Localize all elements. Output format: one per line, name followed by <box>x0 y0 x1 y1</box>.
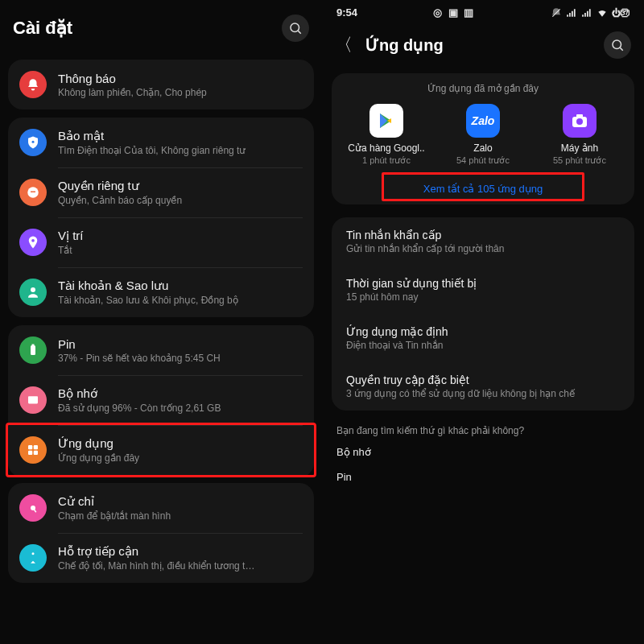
row-subtitle: Tắt <box>58 245 303 256</box>
row-title: Quyền riêng tư <box>58 179 303 193</box>
wifi-icon <box>597 7 608 19</box>
settings-row-t-i-kho-n-sao-l-u[interactable]: Tài khoản & Sao lưuTài khoản, Sao lưu & … <box>8 267 314 317</box>
settings-row-th-ng-b-o[interactable]: Thông báoKhông làm phiền, Chặn, Cho phép <box>8 60 314 109</box>
row-subtitle: 15 phút hôm nay <box>346 291 620 303</box>
search-button[interactable] <box>282 14 309 42</box>
app-time: 1 phút trước <box>339 155 435 166</box>
back-button[interactable]: 〈 <box>335 33 353 57</box>
svg-point-21 <box>576 118 583 125</box>
row-subtitle: Tìm Điện thoại Của tôi, Không gian riêng… <box>58 145 303 156</box>
app-icon <box>563 104 597 138</box>
settings-row--ng-d-ng[interactable]: Ứng dụngỨng dụng gần đây <box>6 423 316 477</box>
recent-app-tile[interactable]: Cửa hàng Googl..1 phút trước <box>339 104 435 166</box>
svg-point-2 <box>32 141 35 143</box>
status-bar: 9:54 ◎ ▣ ▥ ⏻㊲ <box>322 0 644 22</box>
row-subtitle: Không làm phiền, Chặn, Cho phép <box>58 87 303 98</box>
row-title: Thông báo <box>58 72 303 85</box>
recent-app-tile[interactable]: ZaloZalo54 phút trước <box>436 104 531 166</box>
svg-point-0 <box>291 23 299 32</box>
hand-icon <box>19 179 47 206</box>
svg-rect-11 <box>28 445 32 449</box>
signal-icon <box>581 7 592 19</box>
settings-group: Thông báoKhông làm phiền, Chặn, Cho phép <box>8 60 314 109</box>
settings-row-v-tr-[interactable]: Vị tríTắt <box>8 217 314 267</box>
settings-row-c-ch-[interactable]: Cử chỉChạm để bật/tắt màn hình <box>8 483 314 533</box>
row-title: Cử chỉ <box>58 494 303 509</box>
settings-group: Bảo mậtTìm Điện thoại Của tôi, Không gia… <box>8 118 314 317</box>
settings-row-quy-n-ri-ng-t-[interactable]: Quyền riêng tưQuyền, Cảnh báo cấp quyền <box>8 167 314 217</box>
svg-point-18 <box>613 40 621 49</box>
row-title: Tin nhắn khẩn cấp <box>346 229 620 242</box>
svg-point-16 <box>32 552 35 555</box>
app-name: Zalo <box>436 142 531 154</box>
settings-group: Pin37% - Pin sẽ hết vào khoảng 5:45 CHBộ… <box>8 325 314 477</box>
bell-icon <box>19 71 47 98</box>
apps-option-row[interactable]: Thời gian sử dụng thiết bị15 phút hôm na… <box>332 266 634 314</box>
row-title: Bộ nhớ <box>58 386 303 401</box>
row-title: Thời gian sử dụng thiết bị <box>346 277 620 290</box>
settings-row-b-o-m-t[interactable]: Bảo mậtTìm Điện thoại Của tôi, Không gia… <box>8 118 314 167</box>
apps-icon <box>19 436 47 464</box>
status-right-icons: ⏻㊲ <box>551 7 630 19</box>
pin-icon <box>19 229 47 256</box>
status-left-icons: ◎ ▣ ▥ <box>433 6 475 19</box>
battery-icon <box>19 336 47 364</box>
svg-rect-7 <box>31 345 35 355</box>
storage-icon <box>19 386 47 414</box>
signal-icon <box>566 7 577 19</box>
app-name: Cửa hàng Googl.. <box>339 142 435 154</box>
battery-status: ⏻㊲ <box>612 8 630 18</box>
settings-row-h-tr-ti-p-c-n[interactable]: Hỗ trợ tiếp cậnChế độ tối, Màn hình thị,… <box>8 533 314 583</box>
row-subtitle: 37% - Pin sẽ hết vào khoảng 5:45 CH <box>58 353 303 364</box>
row-title: Ứng dụng <box>58 436 303 451</box>
a11y-icon <box>19 544 47 572</box>
row-subtitle: Gửi tin nhắn khẩn cấp tới người thân <box>346 243 620 254</box>
svg-rect-12 <box>34 445 38 449</box>
svg-line-1 <box>298 31 300 33</box>
search-button[interactable] <box>604 31 631 59</box>
row-title: Pin <box>58 337 303 351</box>
row-title: Tài khoản & Sao lưu <box>58 279 303 293</box>
footer-link[interactable]: Pin <box>322 464 644 489</box>
svg-rect-13 <box>28 451 32 455</box>
row-title: Ứng dụng mặc định <box>346 325 620 338</box>
row-subtitle: Điện thoại và Tin nhắn <box>346 340 620 351</box>
svg-point-5 <box>31 239 35 242</box>
settings-group: Cử chỉChạm để bật/tắt màn hìnhHỗ trợ tiế… <box>8 483 314 583</box>
page-title: Cài đặt <box>13 18 72 39</box>
svg-point-6 <box>31 287 35 292</box>
highlight-box <box>382 172 584 201</box>
row-title: Vị trí <box>58 229 303 243</box>
svg-rect-22 <box>576 114 583 118</box>
apps-screen: 9:54 ◎ ▣ ▥ ⏻㊲ 〈 Ứng dụng Ứng dụng đã mở … <box>322 0 644 644</box>
settings-screen: Cài đặt Thông báoKhông làm phiền, Chặn, … <box>0 0 322 644</box>
settings-header: Cài đặt <box>0 0 322 52</box>
row-title: Quyền truy cập đặc biệt <box>346 374 620 386</box>
recent-apps-card: Ứng dụng đã mở gần đây Cửa hàng Googl..1… <box>332 73 634 204</box>
settings-row-pin[interactable]: Pin37% - Pin sẽ hết vào khoảng 5:45 CH <box>8 325 314 375</box>
apps-header: 〈 Ứng dụng <box>322 22 644 67</box>
page-title: Ứng dụng <box>365 35 591 55</box>
apps-option-row[interactable]: Quyền truy cập đặc biệt3 ứng dụng có thể… <box>332 362 634 411</box>
row-title: Bảo mật <box>58 129 303 143</box>
row-title: Hỗ trợ tiếp cận <box>58 544 303 559</box>
person-icon <box>19 279 47 306</box>
app-name: Máy ảnh <box>532 142 628 154</box>
row-subtitle: Ứng dụng gần đây <box>58 452 303 464</box>
dnd-icon <box>551 7 562 19</box>
svg-rect-4 <box>31 192 35 193</box>
svg-line-19 <box>620 47 622 50</box>
apps-option-row[interactable]: Ứng dụng mặc địnhĐiện thoại và Tin nhắn <box>332 314 634 362</box>
row-subtitle: Quyền, Cảnh báo cấp quyền <box>58 195 303 206</box>
recent-app-tile[interactable]: Máy ảnh55 phút trước <box>532 104 628 166</box>
app-icon <box>369 104 403 138</box>
recent-label: Ứng dụng đã mở gần đây <box>338 83 628 94</box>
settings-row-b-nh-[interactable]: Bộ nhớĐã sử dụng 96% - Còn trống 2,61 GB <box>8 375 314 425</box>
footer-link[interactable]: Bộ nhớ <box>322 440 644 464</box>
app-icon: Zalo <box>466 104 500 138</box>
row-subtitle: Đã sử dụng 96% - Còn trống 2,61 GB <box>58 402 303 414</box>
row-subtitle: Chạm để bật/tắt màn hình <box>58 510 303 522</box>
footer-question: Bạn đang tìm kiếm thứ gì khác phải không… <box>322 417 644 440</box>
svg-rect-8 <box>32 345 35 346</box>
apps-option-row[interactable]: Tin nhắn khẩn cấpGửi tin nhắn khẩn cấp t… <box>332 217 634 266</box>
